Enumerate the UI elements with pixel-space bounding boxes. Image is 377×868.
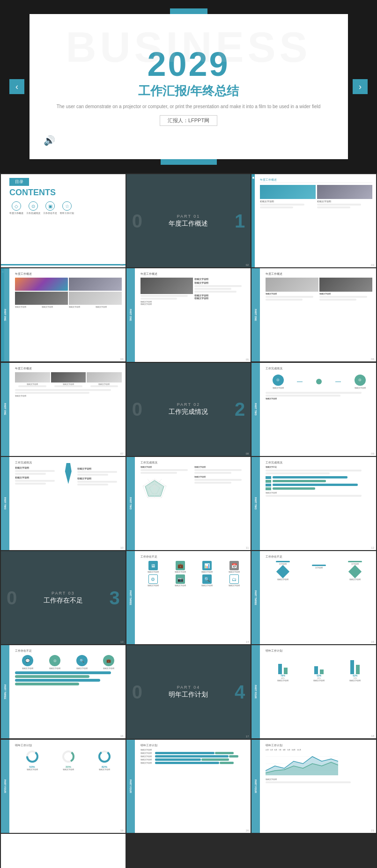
contents-header: 目录: [9, 178, 29, 186]
slide-number-3: 03: [371, 264, 374, 266]
hbar-20-1: 初稿文字说明: [140, 752, 247, 754]
slide-thumb-2[interactable]: 0 PART 01 年度工作概述 1 02: [126, 174, 251, 267]
hbar-20-2: 初稿文字说明: [140, 755, 247, 758]
slide-thumb-5[interactable]: PART ONE 年度工作概述 初稿文字说明 初稿文字说明 初稿文字说明 初稿文…: [126, 268, 251, 361]
slide-number-13: 13: [120, 640, 124, 643]
slide-number-11: 11: [246, 546, 249, 549]
spider-chart: [140, 477, 169, 500]
slide-number-9: 09: [371, 452, 374, 455]
contents-item-3: ▣ 工作存在不足: [43, 201, 57, 214]
slide-thumb-10[interactable]: PART TWO 工作完成情况 初稿文字说明 初稿文字说明 初稿文: [1, 457, 126, 550]
speaker-icon: 🔊: [44, 135, 57, 145]
contents-item-2: ⊙ 工作完成情况: [26, 201, 40, 214]
part02-two: 2: [235, 399, 245, 420]
slide-number-18: 18: [371, 735, 374, 737]
slide-number-17: 17: [246, 735, 249, 738]
slide-number-1: 01: [120, 264, 124, 266]
slide-thumb-13[interactable]: 0 PART 03 工作存在不足 3 13: [1, 551, 126, 644]
slide-thumb-18[interactable]: PART FOUR 明年工作计划 79% 44% 初稿文字说明: [251, 645, 376, 738]
prev-arrow[interactable]: ‹: [9, 79, 24, 94]
slide-thumb-1[interactable]: 目录 CONTENTS ◇ 年度工作概述 ⊙ 工作完成情况 ▣ 工作存在不足: [1, 174, 126, 267]
hbar-20-4: 初稿文字说明: [140, 762, 247, 764]
contents-icon-2: ⊙: [29, 201, 38, 211]
slide-number-14: 14: [246, 640, 249, 643]
donut-19c: [97, 750, 111, 764]
hero-slide: ‹ BUSINESS 2029 工作汇报/年终总结 The user can d…: [0, 0, 377, 173]
slide-number-20: 20: [246, 829, 249, 832]
part01-content: PART 01 年度工作概述: [169, 214, 208, 228]
slide-thumb-22[interactable]: ‹ THANKS 工作汇报/年终总结 › 22: [1, 834, 126, 868]
hbar-3: [266, 484, 372, 486]
contents-title: CONTENTS: [9, 188, 56, 198]
slide-thumb-3[interactable]: 年度工作概述 年度工作概述 初稿文字说明 初稿文字说明: [251, 174, 376, 267]
slide-thumb-14[interactable]: PART THREE 工作存在不足 🖥 初稿文字说明 💼 初稿文字说明 📊 初: [126, 551, 251, 644]
bar-chart-18a: [266, 658, 300, 674]
contents-icon-1: ◇: [12, 201, 21, 211]
tie-icon: [64, 463, 73, 484]
slide-number-19: 19: [120, 829, 124, 832]
icon-grid-14: 🖥 初稿文字说明 💼 初稿文字说明 📊 初稿文字说明 📅 初稿文字说明: [140, 561, 247, 587]
bar-chart-18c: [338, 658, 372, 674]
slide-thumb-19[interactable]: PART FOUR 明年工作计划 53% 初稿文字说明: [1, 740, 126, 833]
part01-zero: 0: [132, 210, 142, 231]
hbar-2: [266, 480, 372, 483]
hero-content: BUSINESS 2029 工作汇报/年终总结 The user can dem…: [30, 14, 348, 159]
part03-content: PART 03 工作存在不足: [44, 591, 83, 605]
contents-item-1: ◇ 年度工作概述: [9, 201, 23, 214]
slide-thumb-12[interactable]: PART TWO 工作完成情况 初稿文字不足: [251, 457, 376, 550]
bottom-tab: [161, 159, 217, 165]
hero-reporter: 汇报人：LFPPT网: [160, 115, 217, 126]
contents-items: ◇ 年度工作概述 ⊙ 工作完成情况 ▣ 工作存在不足 ☆ 明年工作计划: [9, 201, 74, 214]
contents-icon-4: ☆: [62, 201, 72, 211]
part04-content: PART 04 明年工作计划: [169, 685, 208, 699]
hero-subtitle: The user can demonstrate on a projector …: [57, 103, 321, 110]
slide-thumb-21[interactable]: PART FOUR 明年工作计划 4月5月6月7月8月9月10月11月: [251, 740, 376, 833]
hbar-4: [266, 487, 372, 490]
contents-icon-3: ▣: [45, 201, 55, 211]
slide-number-7: 07: [120, 452, 124, 455]
slide-number-10: 10: [120, 546, 124, 549]
slide-number-2: 02: [246, 264, 249, 266]
slide-thumb-17[interactable]: 0 PART 04 明年工作计划 4 17: [126, 645, 251, 738]
slide-thumb-20[interactable]: PART FOUR 明年工作计划 初稿文字说明 初稿文字说明 初稿文字说明: [126, 740, 251, 833]
svg-point-13: [99, 751, 110, 762]
slide-number-15: 15: [371, 640, 374, 643]
slide-thumb-8[interactable]: 0 PART 02 工作完成情况 2 08: [126, 363, 251, 456]
part02-zero: 0: [132, 399, 142, 420]
photo-grid-3: [260, 185, 372, 199]
bg-watermark: BUSINESS: [66, 23, 311, 72]
hero-title: 工作汇报/年终总结: [138, 83, 239, 99]
slide-number-8: 08: [246, 452, 249, 455]
slide-number-12: 12: [371, 546, 374, 549]
slide-thumb-4[interactable]: 年度工作概述 PART ONE 年度工作概述 初稿文字说明 初稿文字说明 初稿文…: [1, 268, 126, 361]
next-arrow[interactable]: ›: [353, 79, 368, 94]
slides-grid: 目录 CONTENTS ◇ 年度工作概述 ⊙ 工作完成情况 ▣ 工作存在不足: [0, 173, 377, 868]
part02-content: PART 02 工作完成情况: [169, 402, 208, 416]
contents-item-4: ☆ 明年工作计划: [60, 201, 74, 214]
part01-one: 1: [235, 210, 245, 231]
bar-chart-18b: [302, 658, 336, 674]
slide-number-21: 21: [371, 829, 374, 832]
slide-contents: 目录 CONTENTS ◇ 年度工作概述 ⊙ 工作完成情况 ▣ 工作存在不足: [1, 174, 126, 267]
hbar-20-3: 初稿文字说明: [140, 758, 247, 761]
slide-number-16: 16: [120, 735, 124, 737]
slide-number-4: 04: [120, 358, 124, 360]
slide-thumb-6[interactable]: PART ONE 年度工作概述 初稿文字说明 初稿文字说明: [251, 268, 376, 361]
donut-19b: [61, 750, 75, 764]
slide-number-6: 06: [371, 358, 374, 360]
donut-19a: [25, 750, 39, 764]
hbar-1: [266, 476, 372, 479]
slide-number-5: 05: [246, 358, 249, 361]
slide-thumb-11[interactable]: PART TWO 工作完成情况 初稿文字说明: [126, 457, 251, 550]
top-tab: [170, 8, 207, 14]
slide-thumb-16[interactable]: PART THREE 工作存在不足 💬 初稿文字说明 ⊙ 初稿文字说明 🔍 初稿: [1, 645, 126, 738]
slide-thumb-9[interactable]: PART TWO 工作完成情况 ⊙ 初稿文字说明 ⊙ 初稿文字说明: [251, 363, 376, 456]
area-chart-21: [266, 752, 338, 775]
slide-thumb-7[interactable]: PART ONE 年度工作概述 初稿文字说明 初稿文字说明: [1, 363, 126, 456]
slide-thumb-15[interactable]: PART THREE 工作存在不足 文字说明 初稿文字说明 文字说明: [251, 551, 376, 644]
